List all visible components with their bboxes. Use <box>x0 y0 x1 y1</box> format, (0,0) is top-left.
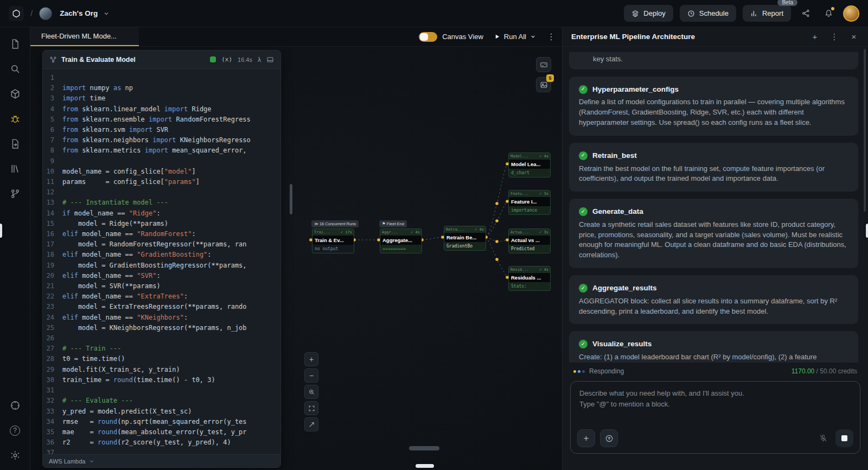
pipeline-card[interactable]: ✓Hyperparameter_configsDefine a list of … <box>569 77 858 136</box>
line-number: 15 <box>43 219 62 229</box>
console-tool-button[interactable] <box>536 57 551 72</box>
report-button[interactable]: Report <box>743 5 791 22</box>
notifications-button[interactable] <box>820 5 837 22</box>
pipeline-card[interactable]: ✓Generate_dataCreate a synthetic retail … <box>569 199 858 268</box>
node-port[interactable] <box>377 238 380 242</box>
panel-scrollbar[interactable] <box>864 49 866 212</box>
node-port[interactable] <box>309 238 312 242</box>
node-port[interactable] <box>506 238 509 242</box>
edge-waypoint[interactable] <box>495 202 499 205</box>
line-number: 22 <box>43 291 62 302</box>
sidebar-debug-icon[interactable] <box>9 113 21 125</box>
node-port[interactable] <box>506 200 509 203</box>
stop-button[interactable] <box>835 429 853 447</box>
insert-block-button[interactable] <box>600 429 618 447</box>
new-chat-button[interactable]: + <box>809 31 820 42</box>
sidebar-help-icon[interactable]: ? <box>9 424 21 436</box>
sidebar-packages-icon[interactable] <box>9 88 21 100</box>
org-avatar[interactable] <box>39 7 52 20</box>
line-text: from sklearn.linear_model import Ridge <box>62 104 212 115</box>
canvas-node[interactable]: Featu...✓ 3sFeature I...importance <box>509 190 550 214</box>
fit-view-button[interactable] <box>304 401 318 415</box>
chevron-down-icon[interactable] <box>103 10 110 17</box>
run-all-button[interactable]: Run All <box>494 33 536 41</box>
share-button[interactable] <box>797 5 814 22</box>
deploy-button[interactable]: Deploy <box>624 5 673 22</box>
user-avatar[interactable] <box>843 5 859 22</box>
pipeline-card[interactable]: ✓Visualize_resultsCreate: (1) a model le… <box>569 331 858 363</box>
edge-waypoint[interactable] <box>495 240 499 243</box>
code-panel-scrollbar[interactable] <box>290 184 292 214</box>
canvas-node[interactable]: Retra...✓ 4sRetrain Be...GradientBo <box>444 226 486 250</box>
attach-button[interactable]: + <box>577 429 595 447</box>
resize-view-button[interactable] <box>304 417 318 431</box>
left-resize-handle[interactable] <box>0 224 2 238</box>
canvas-menu-button[interactable]: ⋮ <box>547 33 556 41</box>
canvas-node[interactable]: ⚑ Fleet EndAggr...✓ 4sAggregate...======… <box>380 229 422 253</box>
pipeline-card-partial[interactable]: key stats. <box>569 52 858 69</box>
node-port[interactable] <box>441 236 444 239</box>
lambda-icon[interactable]: λ <box>258 56 261 63</box>
sidebar-git-branch-icon[interactable] <box>9 188 21 200</box>
close-panel-button[interactable]: × <box>848 31 859 42</box>
edge-waypoint[interactable] <box>495 219 499 223</box>
pipeline-card[interactable]: ✓Aggregate_resultsAGGREGATOR block: coll… <box>569 275 858 324</box>
zoom-in-button[interactable]: + <box>304 352 318 366</box>
org-name[interactable]: Zach's Org <box>60 9 98 17</box>
pipeline-canvas[interactable]: ≫ 16 Concurrent RunsTrai...✓ 17sTrain & … <box>30 47 562 470</box>
code-line: 3import time <box>43 93 280 104</box>
sidebar-file-export-icon[interactable] <box>9 138 21 150</box>
sidebar-settings-icon[interactable] <box>9 449 21 461</box>
chat-placeholder-line1: Describe what you need help with, and I'… <box>579 388 851 399</box>
code-line: 28t0 = time.time() <box>43 354 280 364</box>
mic-muted-button[interactable] <box>819 434 828 443</box>
zoom-controls: + − <box>304 352 318 431</box>
code-line: 15 model = Ridge(**params) <box>43 219 280 229</box>
sidebar-search-icon[interactable] <box>9 63 21 75</box>
node-title: Model Lea... <box>509 160 550 169</box>
bell-icon <box>824 9 833 18</box>
card-title: Retrain_best <box>592 150 637 161</box>
schedule-button[interactable]: Schedule <box>680 5 736 22</box>
zoom-out-button[interactable]: − <box>304 369 318 383</box>
canvas-node[interactable]: Actua...✓ 3sActual vs ...Predicted <box>509 229 550 253</box>
pipeline-card[interactable]: ✓Retrain_bestRetrain the best model on t… <box>569 143 858 192</box>
sidebar-library-icon[interactable] <box>9 163 21 175</box>
canvas-view-toggle[interactable]: Canvas View <box>419 32 483 42</box>
canvas-node[interactable]: ≫ 16 Concurrent RunsTrai...✓ 17sTrain & … <box>312 229 354 253</box>
node-port[interactable] <box>506 162 509 166</box>
code-block-header[interactable]: Train & Evaluate Model (x) 16.4s λ <box>43 50 280 69</box>
code-line: 26 <box>43 333 280 344</box>
canvas-node[interactable]: Resid...✓ 4sResiduals ...Stats: <box>509 266 550 290</box>
zoom-select-button[interactable] <box>304 385 318 399</box>
canvas-node[interactable]: Model...✓ 4sModel Lea...d_chart <box>509 153 550 177</box>
code-line: 20elif model_name == "SVR": <box>43 271 280 281</box>
image-icon <box>540 81 548 89</box>
runtime-label: 16.4s <box>238 56 252 63</box>
right-resize-handle[interactable] <box>866 224 868 238</box>
toggle-switch[interactable] <box>419 32 437 42</box>
chat-input[interactable]: Describe what you need help with, and I'… <box>570 381 860 454</box>
edge-waypoint[interactable] <box>495 258 499 261</box>
sidebar-files-icon[interactable] <box>9 38 21 50</box>
tab-fleet-driven-ml-model[interactable]: Fleet-Driven ML Mode... <box>30 27 139 46</box>
chevron-down-icon[interactable] <box>530 34 536 40</box>
variables-icon[interactable]: (x) <box>221 56 232 63</box>
sidebar-status-icon[interactable] <box>9 399 21 411</box>
code-editor[interactable]: 12import numpy as np3import time4from sk… <box>43 69 280 454</box>
assistant-status-row: Responding 1170.00 / 50.00 credits <box>563 363 868 380</box>
canvas-horizontal-scrollbar[interactable] <box>409 446 439 450</box>
left-sidebar: ? <box>0 27 30 470</box>
node-content: Predicted <box>509 245 550 253</box>
beta-badge: Beta <box>777 0 797 6</box>
deploy-label: Deploy <box>643 9 665 17</box>
images-tool-button[interactable]: 5 <box>536 77 551 92</box>
node-port[interactable] <box>506 276 509 279</box>
panel-menu-button[interactable]: ⋮ <box>829 31 840 42</box>
bottom-resize-handle[interactable] <box>416 464 434 468</box>
compute-selector[interactable]: AWS Lambda <box>43 454 280 467</box>
code-line: 22elif model_name == "ExtraTrees": <box>43 291 280 302</box>
app-logo[interactable] <box>9 6 24 21</box>
line-number: 23 <box>43 302 62 312</box>
panel-toggle-icon[interactable] <box>266 56 274 63</box>
